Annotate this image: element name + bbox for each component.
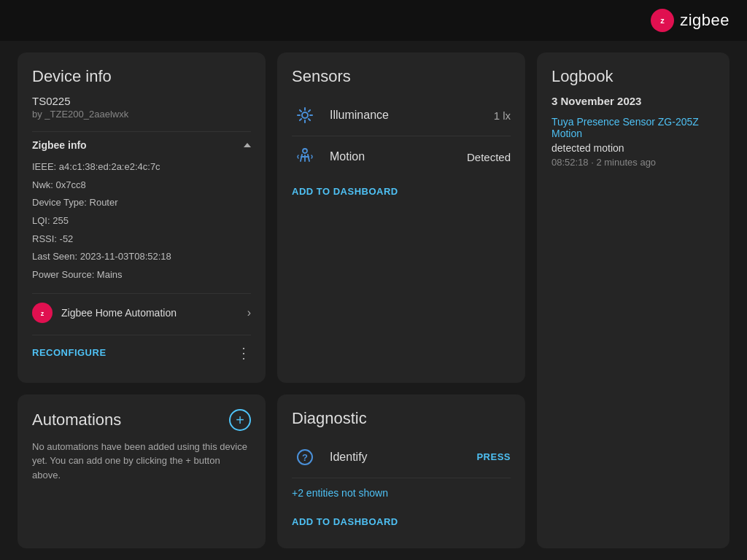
chevron-right-icon: ›	[247, 306, 251, 319]
logbook-entry-link[interactable]: Tuya Presence Sensor ZG-205Z Motion	[551, 116, 715, 139]
integration-row[interactable]: z Zigbee Home Automation ›	[32, 293, 251, 332]
main-content: Device info TS0225 by _TZE200_2aaelwxk Z…	[0, 41, 747, 560]
sensors-add-dashboard-button[interactable]: ADD TO DASHBOARD	[292, 177, 398, 197]
device-model: TS0225	[32, 95, 251, 107]
identify-icon: ?	[292, 444, 318, 470]
zigbee-header[interactable]: Zigbee info	[32, 132, 251, 158]
illuminance-value: 1 lx	[494, 109, 511, 122]
illuminance-icon	[292, 102, 318, 128]
reconfigure-button[interactable]: RECONFIGURE	[32, 347, 107, 358]
brand-name: zigbee	[680, 11, 729, 30]
zigbee-section: Zigbee info IEEE: a4:c1:38:ed:2a:e2:4c:7…	[32, 131, 251, 293]
identify-press-button[interactable]: PRESS	[476, 451, 511, 462]
automations-title: Automations	[32, 411, 121, 429]
svg-text:z: z	[660, 16, 665, 25]
automations-header: Automations +	[32, 409, 251, 431]
svg-line-10	[309, 119, 310, 120]
ieee-line: IEEE: a4:c1:38:ed:2a:e2:4c:7c	[32, 158, 251, 176]
motion-value: Detected	[467, 151, 511, 163]
sensor-motion-row: Motion Detected	[292, 136, 511, 177]
diagnostic-card: Diagnostic ? Identify PRESS +2 entities …	[277, 394, 525, 548]
device-type-line: Device Type: Router	[32, 194, 251, 212]
logbook-entry-message: detected motion	[551, 142, 715, 154]
power-source-line: Power Source: Mains	[32, 266, 251, 284]
integration-icon: z	[32, 303, 53, 323]
svg-text:z: z	[41, 310, 44, 317]
last-seen-line: Last Seen: 2023-11-03T08:52:18	[32, 248, 251, 266]
logbook-date: 3 November 2023	[551, 95, 715, 107]
chevron-up-icon	[244, 143, 251, 147]
automations-empty-text: No automations have been added using thi…	[32, 440, 251, 483]
more-options-button[interactable]: ⋮	[236, 344, 251, 362]
automations-card: Automations + No automations have been a…	[18, 394, 266, 548]
nwk-line: Nwk: 0x7cc8	[32, 176, 251, 195]
sensor-illuminance-row: Illuminance 1 lx	[292, 95, 511, 136]
device-info-title: Device info	[32, 67, 251, 86]
svg-point-13	[303, 149, 307, 153]
svg-line-12	[309, 110, 310, 112]
diagnostic-add-dashboard-button[interactable]: ADD TO DASHBOARD	[292, 508, 398, 527]
svg-text:?: ?	[302, 452, 308, 463]
identify-row: ? Identify PRESS	[292, 437, 511, 478]
svg-point-4	[302, 112, 308, 118]
svg-line-11	[300, 119, 301, 120]
illuminance-name: Illuminance	[330, 109, 482, 122]
sensors-card: Sensors Illuminance 1 lx	[277, 52, 525, 383]
sensors-title: Sensors	[292, 67, 511, 86]
motion-name: Motion	[330, 150, 455, 163]
device-info-footer: RECONFIGURE ⋮	[32, 335, 251, 362]
diagnostic-title: Diagnostic	[292, 409, 511, 428]
svg-line-9	[300, 110, 301, 112]
logbook-title: Logbook	[551, 67, 715, 86]
top-bar: z zigbee	[0, 0, 747, 41]
logbook-card: Logbook 3 November 2023 Tuya Presence Se…	[537, 52, 729, 548]
identify-name: Identify	[330, 451, 465, 464]
rssi-line: RSSI: -52	[32, 230, 251, 249]
motion-icon	[292, 144, 318, 170]
integration-name: Zigbee Home Automation	[61, 307, 239, 319]
zigbee-logo-icon: z	[651, 9, 674, 32]
zigbee-info-label: Zigbee info	[32, 139, 87, 151]
device-by: by _TZE200_2aaelwxk	[32, 109, 251, 120]
entities-not-shown-button[interactable]: +2 entities not shown	[292, 478, 388, 508]
logbook-entry-time: 08:52:18 · 2 minutes ago	[551, 157, 715, 168]
add-automation-button[interactable]: +	[229, 409, 251, 431]
brand: z zigbee	[651, 9, 729, 32]
zigbee-details: IEEE: a4:c1:38:ed:2a:e2:4c:7c Nwk: 0x7cc…	[32, 158, 251, 293]
lqi-line: LQI: 255	[32, 212, 251, 230]
device-info-card: Device info TS0225 by _TZE200_2aaelwxk Z…	[18, 52, 266, 383]
